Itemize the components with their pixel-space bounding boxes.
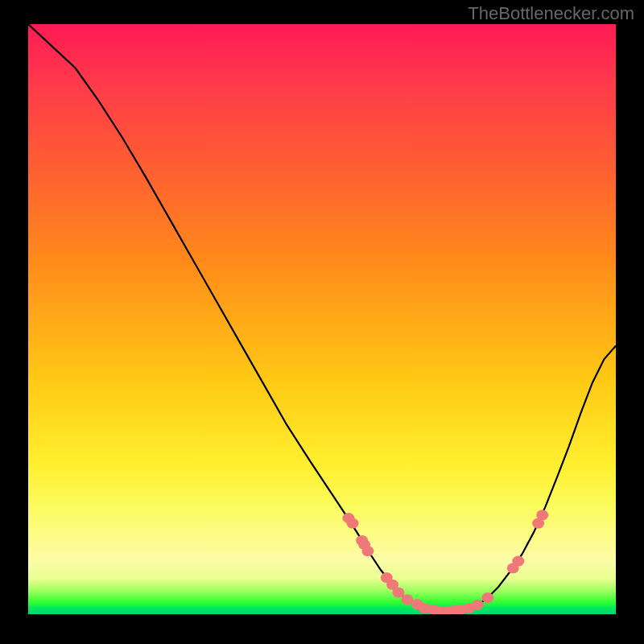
data-marker [472, 600, 484, 610]
watermark: TheBottlenecker.com [468, 3, 634, 24]
data-marker [512, 556, 524, 567]
data-marker [481, 592, 493, 603]
data-marker [361, 546, 374, 556]
data-marker [392, 587, 404, 597]
curve-line [28, 24, 616, 611]
data-marker [536, 510, 548, 520]
data-marker [346, 518, 358, 529]
chart-area [28, 24, 616, 614]
data-markers [342, 510, 548, 614]
